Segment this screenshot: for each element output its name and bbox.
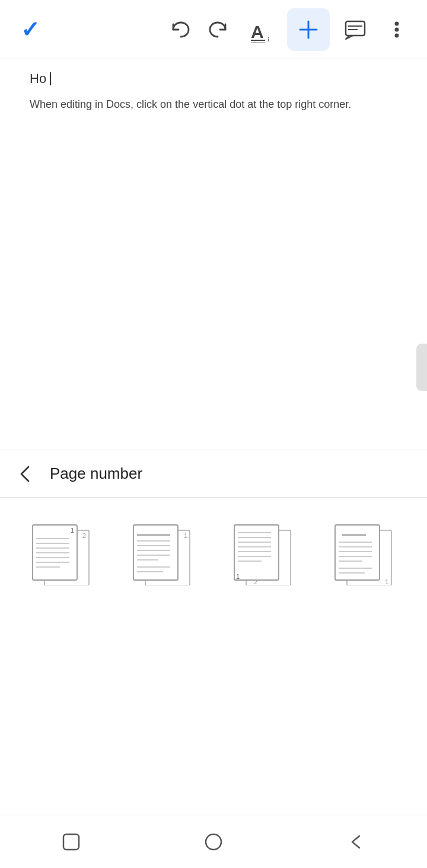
panel-header: Page number bbox=[0, 450, 427, 498]
bottom-nav bbox=[0, 815, 427, 868]
page-number-options: 1 2 bbox=[0, 498, 427, 610]
svg-text:1: 1 bbox=[184, 532, 187, 539]
pn-option-2[interactable]: 1 bbox=[122, 521, 205, 587]
pn-option-1[interactable]: 1 2 bbox=[21, 521, 104, 587]
svg-text:1: 1 bbox=[236, 573, 240, 580]
page-number-panel: Page number 1 2 bbox=[0, 450, 427, 841]
panel-title: Page number bbox=[50, 465, 142, 483]
pn-icon-3: 1 2 bbox=[225, 521, 302, 587]
pn-option-3[interactable]: 1 2 bbox=[222, 521, 305, 587]
scroll-handle[interactable] bbox=[416, 344, 427, 391]
pn-option-4[interactable]: 1 bbox=[323, 521, 406, 587]
svg-text:2: 2 bbox=[82, 532, 86, 539]
back-arrow-icon bbox=[17, 465, 36, 483]
undo-button[interactable] bbox=[158, 0, 199, 59]
nav-home-button[interactable] bbox=[190, 818, 237, 866]
plus-icon bbox=[297, 18, 320, 41]
back-button[interactable] bbox=[14, 462, 38, 486]
check-icon: ✓ bbox=[21, 18, 40, 41]
toolbar: ✓ A ᵢ bbox=[0, 0, 427, 59]
svg-point-10 bbox=[395, 27, 399, 31]
document-area[interactable]: Ho When editing in Docs, click on the ve… bbox=[0, 59, 427, 450]
pn-icon-4: 1 bbox=[326, 521, 403, 587]
svg-rect-56 bbox=[63, 834, 79, 850]
svg-text:1: 1 bbox=[385, 578, 388, 585]
pn-icon-2: 1 bbox=[125, 521, 202, 587]
redo-button[interactable] bbox=[199, 0, 241, 59]
triangle-back-icon bbox=[345, 831, 367, 853]
svg-point-11 bbox=[395, 33, 399, 37]
svg-text:1: 1 bbox=[71, 527, 74, 534]
more-icon bbox=[387, 17, 406, 43]
svg-rect-6 bbox=[346, 21, 365, 36]
comment-icon bbox=[343, 18, 367, 41]
pn-icon-1: 1 2 bbox=[24, 521, 101, 587]
svg-text:A: A bbox=[251, 22, 264, 41]
svg-rect-47 bbox=[335, 525, 380, 580]
check-button[interactable]: ✓ bbox=[9, 0, 51, 59]
undo-icon bbox=[167, 18, 190, 41]
square-icon bbox=[60, 831, 82, 853]
nav-square-button[interactable] bbox=[47, 818, 95, 866]
svg-point-57 bbox=[206, 834, 221, 850]
more-options-button[interactable] bbox=[376, 0, 418, 59]
redo-icon bbox=[209, 18, 231, 41]
circle-icon bbox=[203, 831, 224, 853]
add-button[interactable] bbox=[287, 8, 330, 51]
svg-point-9 bbox=[395, 21, 399, 25]
comment-button[interactable] bbox=[334, 0, 376, 59]
svg-text:2: 2 bbox=[254, 578, 257, 585]
document-body: When editing in Docs, click on the verti… bbox=[30, 96, 409, 113]
text-cursor bbox=[50, 72, 51, 85]
document-heading: Ho bbox=[30, 71, 409, 87]
nav-back-button[interactable] bbox=[332, 818, 380, 866]
text-format-icon: A ᵢ bbox=[248, 17, 275, 43]
svg-text:ᵢ: ᵢ bbox=[267, 33, 269, 43]
text-format-button[interactable]: A ᵢ bbox=[241, 0, 282, 59]
